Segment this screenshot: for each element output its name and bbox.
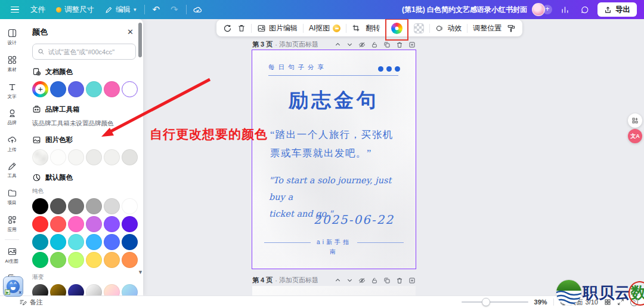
panel-scrollbar[interactable] — [138, 21, 142, 290]
ai-cutout-button[interactable]: AI抠图 — [309, 23, 340, 33]
page4-title-placeholder[interactable]: 添加页面标题 — [279, 276, 318, 285]
add-color-swatch[interactable]: ＋ — [32, 81, 48, 97]
lock-page-icon[interactable] — [371, 277, 378, 284]
canvas-quote-zh[interactable]: “踏出一个人旅行，买张机 票或车票就出发吧。” — [270, 125, 407, 162]
transparency-button[interactable] — [414, 23, 424, 33]
lock-page-icon[interactable] — [371, 41, 378, 48]
solid-swatch[interactable] — [32, 234, 48, 250]
solid-swatch[interactable] — [68, 252, 84, 268]
document-title[interactable]: (第1批) 白色简约文艺感语录小红书封面 — [402, 5, 527, 15]
photo-color-swatch[interactable] — [50, 149, 66, 165]
add-page-icon[interactable] — [408, 277, 416, 284]
paper-color-swatch[interactable] — [32, 149, 48, 165]
desktop-app-shortcut-icon[interactable]: ▶ x — [3, 276, 23, 297]
solid-swatch[interactable] — [122, 216, 138, 232]
flip-button[interactable]: 翻转 — [366, 23, 380, 33]
delete-page-icon[interactable] — [396, 277, 403, 284]
photo-color-swatch[interactable] — [104, 149, 120, 165]
insights-button[interactable] — [557, 3, 572, 16]
solid-swatch[interactable] — [50, 198, 66, 214]
hide-page-icon[interactable] — [358, 41, 366, 48]
solid-swatch[interactable] — [86, 234, 102, 250]
crop-button[interactable] — [352, 24, 360, 32]
color-search-box[interactable] — [32, 44, 136, 60]
invite-plus-icon[interactable]: + — [543, 5, 552, 14]
close-icon[interactable]: ✕ — [125, 26, 136, 38]
scroll-down-arrow-icon[interactable]: ▼ — [138, 269, 143, 275]
sidebar-item-text[interactable]: 文字 — [0, 77, 24, 104]
sidebar-item-design[interactable]: 设计 — [0, 24, 24, 51]
color-search-input[interactable] — [48, 48, 131, 56]
doc-color-swatch[interactable] — [50, 81, 66, 97]
page3-title-placeholder[interactable]: 添加页面标题 — [279, 40, 318, 49]
canvas-date[interactable]: 2025-06-22 — [314, 212, 394, 227]
canvas-title[interactable]: 励志金句 — [252, 87, 416, 114]
replace-button[interactable] — [223, 24, 232, 33]
photo-color-swatch[interactable] — [122, 149, 138, 165]
solid-swatch[interactable] — [32, 216, 48, 232]
solid-swatch[interactable] — [104, 198, 120, 214]
export-button[interactable]: 导出 — [597, 2, 637, 17]
comments-button[interactable] — [577, 3, 593, 16]
solid-swatch[interactable] — [68, 234, 84, 250]
account-area[interactable]: + — [532, 3, 552, 16]
photo-color-swatch[interactable] — [68, 149, 84, 165]
redo-button[interactable]: ↷ — [165, 2, 184, 17]
notes-button[interactable]: 备注 — [19, 298, 43, 307]
delete-page-icon[interactable] — [396, 41, 403, 48]
doc-color-swatch[interactable] — [86, 81, 102, 97]
sidebar-item-uploads[interactable]: 上传 — [0, 130, 24, 157]
image-edit-button[interactable]: 图片编辑 — [257, 23, 298, 33]
translate-button[interactable]: 文A — [628, 129, 642, 143]
sidebar-item-elements[interactable]: 素材 — [0, 51, 24, 78]
format-roller-button[interactable] — [507, 24, 516, 33]
position-button[interactable]: 调整位置 — [473, 23, 501, 33]
sidebar-item-tools[interactable]: 工具 — [0, 157, 24, 184]
resize-menu[interactable]: 调整尺寸 — [51, 2, 100, 17]
solid-swatch[interactable] — [50, 252, 66, 268]
hide-page-icon[interactable] — [358, 277, 366, 284]
page3-canvas[interactable]: 每日句子分享 励志金句 “踏出一个人旅行，买张机 票或车票就出发吧。” "To … — [252, 50, 416, 269]
solid-swatch[interactable] — [32, 252, 48, 268]
duplicate-page-icon[interactable] — [383, 277, 391, 284]
hamburger-menu-icon[interactable] — [5, 7, 25, 13]
decor-dots[interactable] — [378, 66, 400, 72]
solid-swatch[interactable] — [104, 252, 120, 268]
gradient-swatch[interactable] — [32, 284, 48, 295]
edit-menu[interactable]: 编辑 ▾ — [100, 2, 142, 17]
sidebar-item-projects[interactable]: 项目 — [0, 184, 24, 211]
solid-swatch[interactable] — [68, 198, 84, 214]
gradient-swatch[interactable] — [50, 284, 66, 295]
solid-swatch[interactable] — [104, 234, 120, 250]
move-up-icon[interactable] — [335, 277, 341, 284]
undo-button[interactable]: ↶ — [147, 2, 166, 17]
doc-color-swatch[interactable] — [68, 81, 84, 97]
doc-color-swatch-selected[interactable] — [122, 81, 138, 97]
quick-apps-button[interactable] — [628, 113, 642, 128]
solid-swatch[interactable] — [32, 198, 48, 214]
solid-swatch[interactable] — [122, 198, 138, 214]
canvas-footer[interactable]: ai新手指 — [252, 238, 416, 247]
gradient-swatch[interactable] — [104, 284, 120, 295]
solid-swatch[interactable] — [122, 252, 138, 268]
move-down-icon[interactable] — [346, 41, 353, 48]
solid-swatch[interactable] — [50, 216, 66, 232]
sidebar-item-ai-image[interactable]: AI生图 — [0, 242, 24, 269]
solid-swatch[interactable] — [86, 252, 102, 268]
sidebar-item-apps[interactable]: 应用 — [0, 210, 24, 237]
canvas-header-note[interactable]: 每日句子分享 — [268, 63, 327, 72]
solid-swatch[interactable] — [86, 216, 102, 232]
animate-button[interactable]: 动效 — [435, 23, 462, 33]
duplicate-page-icon[interactable] — [383, 41, 391, 48]
zoom-slider-thumb[interactable] — [482, 298, 490, 306]
solid-swatch[interactable] — [50, 234, 66, 250]
move-up-icon[interactable] — [335, 41, 341, 48]
solid-swatch[interactable] — [104, 216, 120, 232]
gradient-swatch[interactable] — [86, 284, 102, 295]
photo-color-swatch[interactable] — [86, 149, 102, 165]
doc-color-swatch[interactable] — [104, 81, 120, 97]
move-down-icon[interactable] — [346, 277, 353, 284]
scrollbar-thumb[interactable] — [138, 23, 142, 57]
solid-swatch[interactable] — [68, 216, 84, 232]
solid-swatch[interactable] — [122, 234, 138, 250]
